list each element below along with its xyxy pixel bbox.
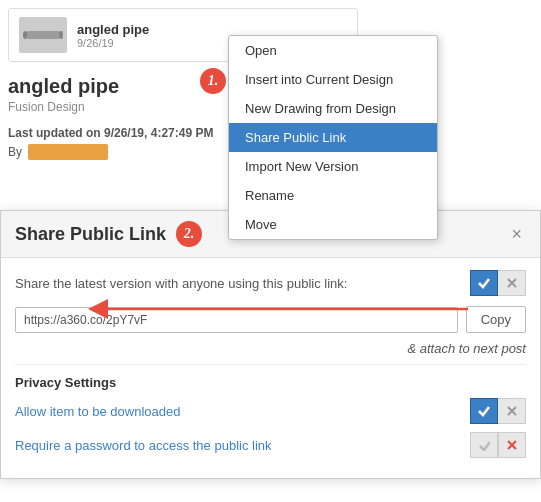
copy-button[interactable]: Copy [466,306,526,333]
svg-rect-0 [25,31,61,39]
step2-badge: 2. [176,221,202,247]
menu-item-move[interactable]: Move [229,210,437,239]
privacy-row-download: Allow item to be downloaded [15,398,526,424]
password-toggle-on[interactable] [470,432,498,458]
privacy-row-password: Require a password to access the public … [15,432,526,458]
share-public-link-modal: Share Public Link 2. × Share the latest … [0,210,541,479]
attach-text: & attach to next post [407,341,526,356]
svg-point-2 [23,31,27,39]
url-input[interactable] [15,307,458,333]
context-menu: Open Insert into Current Design New Draw… [228,35,438,240]
download-toggle-on[interactable] [470,398,498,424]
modal-body: Share the latest version with anyone usi… [1,258,540,478]
privacy-label-download: Allow item to be downloaded [15,404,181,419]
privacy-label-password: Require a password to access the public … [15,438,272,453]
share-label: Share the latest version with anyone usi… [15,276,347,291]
password-toggle[interactable] [470,432,526,458]
toggle-check-on[interactable] [470,270,498,296]
user-avatar [28,144,108,160]
menu-item-insert[interactable]: Insert into Current Design [229,65,437,94]
toggle-check-off[interactable] [498,270,526,296]
svg-point-1 [59,31,63,39]
file-updated: Last updated on 9/26/19, 4:27:49 PM [8,126,218,140]
item-thumbnail [19,17,67,53]
menu-item-open[interactable]: Open [229,36,437,65]
file-subtitle: Fusion Design [8,100,218,114]
step1-badge: 1. [200,68,226,94]
file-by: By [8,144,218,160]
file-info: angled pipe Fusion Design Last updated o… [8,75,218,160]
share-toggle-row: Share the latest version with anyone usi… [15,270,526,296]
attach-row: & attach to next post [15,337,526,365]
download-toggle-off[interactable] [498,398,526,424]
modal-close-button[interactable]: × [507,224,526,245]
menu-item-share-public[interactable]: Share Public Link [229,123,437,152]
menu-item-rename[interactable]: Rename [229,181,437,210]
password-toggle-off[interactable] [498,432,526,458]
file-title: angled pipe [8,75,218,98]
menu-item-import[interactable]: Import New Version [229,152,437,181]
url-row: Copy [15,306,526,333]
privacy-title: Privacy Settings [15,375,526,390]
share-toggle[interactable] [470,270,526,296]
menu-item-new-drawing[interactable]: New Drawing from Design [229,94,437,123]
modal-title: Share Public Link 2. [15,221,202,247]
download-toggle[interactable] [470,398,526,424]
